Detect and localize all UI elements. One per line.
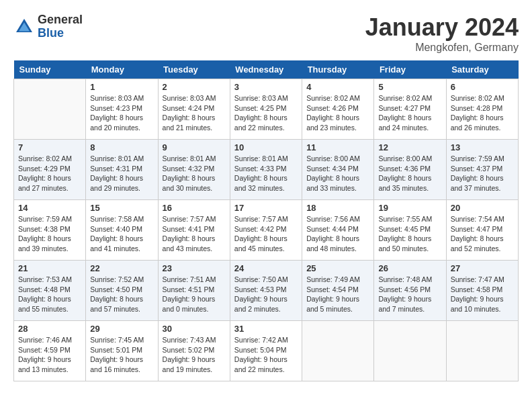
calendar-cell: 17Sunrise: 7:57 AM Sunset: 4:42 PM Dayli… [230,200,302,261]
day-number: 1 [90,82,153,92]
cell-info: Sunrise: 7:45 AM Sunset: 5:01 PM Dayligh… [90,335,153,375]
cell-info: Sunrise: 7:56 AM Sunset: 4:44 PM Dayligh… [306,214,369,254]
cell-info: Sunrise: 8:03 AM Sunset: 4:25 PM Dayligh… [234,93,298,133]
calendar-cell: 23Sunrise: 7:51 AM Sunset: 4:51 PM Dayli… [158,261,230,321]
day-number: 10 [234,142,298,152]
calendar-week-row: 1Sunrise: 8:03 AM Sunset: 4:23 PM Daylig… [14,79,519,140]
calendar-cell: 22Sunrise: 7:52 AM Sunset: 4:50 PM Dayli… [86,261,158,321]
day-number: 26 [378,263,441,273]
calendar-cell: 26Sunrise: 7:48 AM Sunset: 4:56 PM Dayli… [374,261,446,321]
calendar-cell: 12Sunrise: 8:00 AM Sunset: 4:36 PM Dayli… [374,140,446,200]
day-number: 29 [90,324,153,334]
day-number: 6 [451,82,514,92]
calendar-cell [446,321,518,381]
col-header-friday: Friday [374,60,446,79]
cell-info: Sunrise: 7:55 AM Sunset: 4:45 PM Dayligh… [378,214,441,254]
day-number: 15 [90,203,153,213]
calendar-cell: 25Sunrise: 7:49 AM Sunset: 4:54 PM Dayli… [302,261,374,321]
day-number: 24 [234,263,298,273]
cell-info: Sunrise: 7:50 AM Sunset: 4:53 PM Dayligh… [234,275,298,314]
calendar-cell: 31Sunrise: 7:42 AM Sunset: 5:04 PM Dayli… [230,321,302,381]
day-number: 22 [90,263,153,273]
cell-info: Sunrise: 8:01 AM Sunset: 4:32 PM Dayligh… [163,154,226,193]
cell-info: Sunrise: 7:48 AM Sunset: 4:56 PM Dayligh… [378,275,441,314]
cell-info: Sunrise: 8:03 AM Sunset: 4:24 PM Dayligh… [163,93,226,133]
calendar-cell: 18Sunrise: 7:56 AM Sunset: 4:44 PM Dayli… [302,200,374,261]
day-number: 11 [306,142,369,152]
calendar-header-row: SundayMondayTuesdayWednesdayThursdayFrid… [14,60,519,79]
calendar-cell: 2Sunrise: 8:03 AM Sunset: 4:24 PM Daylig… [158,79,230,140]
calendar-cell: 11Sunrise: 8:00 AM Sunset: 4:34 PM Dayli… [302,140,374,200]
day-number: 28 [18,324,81,334]
calendar-cell: 13Sunrise: 7:59 AM Sunset: 4:37 PM Dayli… [446,140,518,200]
col-header-sunday: Sunday [14,60,86,79]
cell-info: Sunrise: 7:51 AM Sunset: 4:51 PM Dayligh… [163,275,226,314]
cell-info: Sunrise: 8:03 AM Sunset: 4:23 PM Dayligh… [90,93,153,133]
cell-info: Sunrise: 8:01 AM Sunset: 4:31 PM Dayligh… [90,154,153,193]
cell-info: Sunrise: 8:00 AM Sunset: 4:36 PM Dayligh… [378,154,441,193]
calendar-cell: 7Sunrise: 8:02 AM Sunset: 4:29 PM Daylig… [14,140,86,200]
calendar-cell: 24Sunrise: 7:50 AM Sunset: 4:53 PM Dayli… [230,261,302,321]
cell-info: Sunrise: 7:57 AM Sunset: 4:41 PM Dayligh… [163,214,226,254]
cell-info: Sunrise: 8:00 AM Sunset: 4:34 PM Dayligh… [306,154,369,193]
day-number: 25 [306,263,369,273]
month-title: January 2024 [365,13,519,42]
cell-info: Sunrise: 8:02 AM Sunset: 4:29 PM Dayligh… [18,154,81,193]
calendar-cell: 15Sunrise: 7:58 AM Sunset: 4:40 PM Dayli… [86,200,158,261]
cell-info: Sunrise: 7:53 AM Sunset: 4:48 PM Dayligh… [18,275,81,314]
day-number: 27 [451,263,514,273]
calendar-cell: 27Sunrise: 7:47 AM Sunset: 4:58 PM Dayli… [446,261,518,321]
logo-general-text: General [38,13,83,27]
calendar-week-row: 14Sunrise: 7:59 AM Sunset: 4:38 PM Dayli… [14,200,519,261]
cell-info: Sunrise: 8:02 AM Sunset: 4:28 PM Dayligh… [451,93,514,133]
calendar-cell: 28Sunrise: 7:46 AM Sunset: 4:59 PM Dayli… [14,321,86,381]
day-number: 31 [234,324,298,334]
day-number: 21 [18,263,81,273]
cell-info: Sunrise: 7:58 AM Sunset: 4:40 PM Dayligh… [90,214,153,254]
day-number: 3 [234,82,298,92]
day-number: 5 [378,82,441,92]
day-number: 30 [163,324,226,334]
cell-info: Sunrise: 7:47 AM Sunset: 4:58 PM Dayligh… [451,275,514,314]
day-number: 4 [306,82,369,92]
title-area: January 2024 Mengkofen, Germany [365,13,519,54]
day-number: 17 [234,203,298,213]
cell-info: Sunrise: 7:43 AM Sunset: 5:02 PM Dayligh… [163,335,226,375]
day-number: 13 [451,142,514,152]
calendar-week-row: 28Sunrise: 7:46 AM Sunset: 4:59 PM Dayli… [14,321,519,381]
cell-info: Sunrise: 8:01 AM Sunset: 4:33 PM Dayligh… [234,154,298,193]
day-number: 9 [163,142,226,152]
cell-info: Sunrise: 7:46 AM Sunset: 4:59 PM Dayligh… [18,335,81,375]
day-number: 19 [378,203,441,213]
calendar-cell: 10Sunrise: 8:01 AM Sunset: 4:33 PM Dayli… [230,140,302,200]
day-number: 12 [378,142,441,152]
calendar-week-row: 7Sunrise: 8:02 AM Sunset: 4:29 PM Daylig… [14,140,519,200]
calendar-cell: 19Sunrise: 7:55 AM Sunset: 4:45 PM Dayli… [374,200,446,261]
col-header-saturday: Saturday [446,60,518,79]
col-header-monday: Monday [86,60,158,79]
cell-info: Sunrise: 7:59 AM Sunset: 4:37 PM Dayligh… [451,154,514,193]
cell-info: Sunrise: 7:52 AM Sunset: 4:50 PM Dayligh… [90,275,153,314]
day-number: 20 [451,203,514,213]
calendar-table: SundayMondayTuesdayWednesdayThursdayFrid… [13,60,519,381]
logo-icon [13,16,35,38]
calendar-week-row: 21Sunrise: 7:53 AM Sunset: 4:48 PM Dayli… [14,261,519,321]
day-number: 8 [90,142,153,152]
cell-info: Sunrise: 8:02 AM Sunset: 4:26 PM Dayligh… [306,93,369,133]
logo: General Blue [13,13,83,40]
calendar-cell: 29Sunrise: 7:45 AM Sunset: 5:01 PM Dayli… [86,321,158,381]
col-header-thursday: Thursday [302,60,374,79]
calendar-cell: 14Sunrise: 7:59 AM Sunset: 4:38 PM Dayli… [14,200,86,261]
cell-info: Sunrise: 8:02 AM Sunset: 4:27 PM Dayligh… [378,93,441,133]
page-header: General Blue January 2024 Mengkofen, Ger… [13,13,519,54]
cell-info: Sunrise: 7:57 AM Sunset: 4:42 PM Dayligh… [234,214,298,254]
cell-info: Sunrise: 7:42 AM Sunset: 5:04 PM Dayligh… [234,335,298,375]
calendar-cell: 4Sunrise: 8:02 AM Sunset: 4:26 PM Daylig… [302,79,374,140]
calendar-cell [374,321,446,381]
calendar-cell: 6Sunrise: 8:02 AM Sunset: 4:28 PM Daylig… [446,79,518,140]
calendar-cell: 5Sunrise: 8:02 AM Sunset: 4:27 PM Daylig… [374,79,446,140]
day-number: 18 [306,203,369,213]
logo-blue-text: Blue [38,27,83,40]
calendar-cell: 16Sunrise: 7:57 AM Sunset: 4:41 PM Dayli… [158,200,230,261]
day-number: 7 [18,142,81,152]
